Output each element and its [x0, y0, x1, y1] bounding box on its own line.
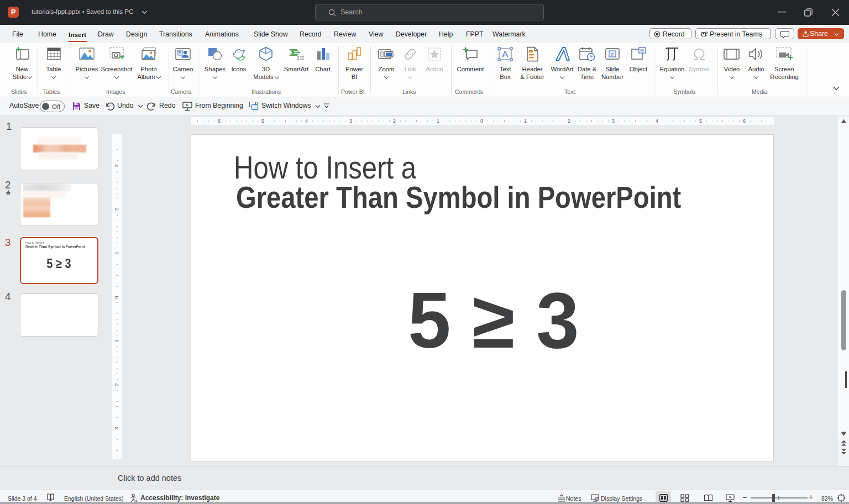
svg-text:P: P	[179, 50, 181, 55]
